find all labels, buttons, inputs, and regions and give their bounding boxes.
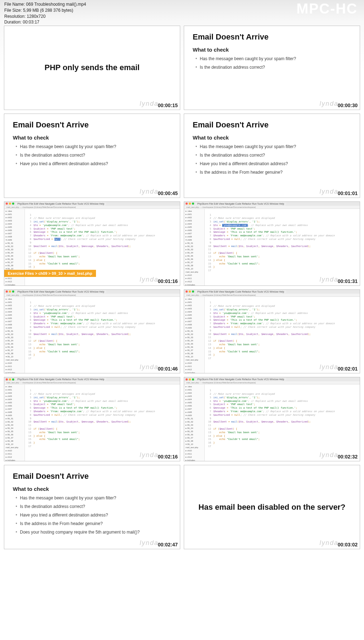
code-editor[interactable]: 1 2// Make sure error messages are displ…: [25, 384, 180, 461]
slide-subheading: What to check: [193, 135, 351, 141]
thumbnail[interactable]: PHP only sends the emaillynda00:00:15: [4, 26, 180, 110]
code-editor[interactable]: 1 2// Make sure error messages are displ…: [205, 209, 360, 286]
slide-title: Has email been disabled on the server?: [184, 503, 359, 512]
bullet-item: Is the address in the From header genuin…: [16, 521, 171, 526]
bullet-item: Has the message been caught by your spam…: [16, 495, 171, 500]
bullet-item: Is the destination address correct?: [196, 65, 351, 70]
watermark: lynda: [320, 363, 338, 371]
timestamp: 00:00:15: [158, 103, 178, 108]
project-tree[interactable]: ▸ .idea▸ ch01▸ ch02▸ ch03▸ ch04▸ ch05▸ c…: [184, 209, 205, 286]
file-name-line: File Name: 069 Troubleshooting mail().mp…: [4, 1, 86, 7]
project-tree[interactable]: ▸ .idea▸ ch01▸ ch02▸ ch03▸ ch04▸ ch05▸ c…: [184, 384, 205, 461]
timestamp: 00:02:32: [338, 454, 358, 460]
timestamp: 00:01:01: [338, 190, 358, 196]
ide-pathbar: mail_test.php – ~/workspace [/Library/We…: [4, 206, 180, 209]
bullet-item: Is the destination address correct?: [196, 153, 351, 158]
bullet-item: Is the destination address correct?: [16, 504, 171, 509]
slide-title: PHP only sends the email: [30, 63, 154, 72]
ide-menubar[interactable]: PhpStorm File Edit View Navigate Code Re…: [195, 202, 286, 205]
thumbnail[interactable]: Email Doesn't Arrive What to check Has t…: [184, 114, 360, 198]
bullet-item: Have you tried a different destination a…: [196, 161, 351, 166]
slide-heading: Email Doesn't Arrive: [193, 32, 351, 42]
app-name: MPC-HC: [296, 1, 358, 17]
thumbnail[interactable]: Email Doesn't Arrive What to check Has t…: [184, 26, 360, 110]
watermark: lynda: [140, 188, 159, 195]
timestamp: 00:00:30: [338, 103, 358, 108]
bullet-item: Have you tried a different destination a…: [16, 513, 171, 518]
watermark: lynda: [320, 100, 338, 107]
ide-menubar[interactable]: PhpStorm File Edit View Navigate Code Re…: [15, 378, 106, 381]
code-editor[interactable]: 1 2// Make sure error messages are displ…: [25, 297, 180, 374]
slide-subheading: What to check: [13, 486, 171, 492]
bullet-item: Have you tried a different destination a…: [16, 161, 171, 166]
bullet-item: Has the message been caught by your spam…: [196, 56, 351, 61]
watermark: lynda: [140, 276, 159, 283]
bullet-item: Is the address in the From header genuin…: [196, 170, 351, 175]
bullet-list: Has the message been caught by your spam…: [13, 495, 171, 538]
watermark: lynda: [140, 363, 159, 371]
watermark: lynda: [140, 451, 159, 459]
thumbnail[interactable]: Has email been disabled on the server?ly…: [184, 465, 360, 549]
bullet-list: Has the message been caught by your spam…: [193, 56, 351, 73]
watermark: lynda: [320, 188, 338, 195]
slide-subheading: What to check: [13, 135, 171, 141]
code-editor[interactable]: 1 2// Make sure error messages are displ…: [205, 384, 360, 461]
thumbnail[interactable]: PhpStorm File Edit View Navigate Code Re…: [4, 289, 180, 374]
slide-heading: Email Doesn't Arrive: [13, 472, 171, 481]
slide-heading: Email Doesn't Arrive: [13, 120, 171, 130]
timestamp: 00:02:47: [158, 542, 178, 547]
thumbnail[interactable]: PhpStorm File Edit View Navigate Code Re…: [4, 377, 180, 461]
exercise-crumb: Exercise Files > ch09 > 09_10 > mail_tes…: [4, 270, 96, 277]
timestamp: 00:01:46: [158, 366, 178, 372]
ide-menubar[interactable]: PhpStorm File Edit View Navigate Code Re…: [195, 378, 286, 381]
bullet-item: Is the destination address correct?: [16, 153, 171, 158]
file-dur-line: Duration: 00:03:17: [4, 19, 86, 25]
slide-heading: Email Doesn't Arrive: [193, 120, 351, 130]
watermark: lynda: [140, 539, 159, 547]
project-tree[interactable]: ▸ .idea▸ ch01▸ ch02▸ ch03▸ ch04▸ ch05▸ c…: [4, 384, 25, 461]
code-editor[interactable]: 1 2// Make sure error messages are displ…: [205, 297, 360, 374]
thumbnail[interactable]: PhpStorm File Edit View Navigate Code Re…: [184, 289, 360, 374]
timestamp: 00:01:16: [158, 278, 178, 284]
ide-menubar[interactable]: PhpStorm File Edit View Navigate Code Re…: [15, 202, 106, 205]
bullet-item: Has the message been caught by your spam…: [196, 144, 351, 149]
slide-subheading: What to check: [193, 47, 351, 53]
thumbnail-grid: PHP only sends the emaillynda00:00:15Ema…: [4, 26, 360, 637]
project-tree[interactable]: ▸ .idea▸ ch01▸ ch02▸ ch03▸ ch04▸ ch05▸ c…: [4, 297, 25, 374]
file-res-line: Resolution: 1280x720: [4, 14, 86, 20]
bullet-item: Has the message been caught by your spam…: [16, 144, 171, 149]
thumbnail[interactable]: Email Doesn't Arrive What to check Has t…: [4, 465, 180, 549]
watermark: lynda: [320, 539, 338, 547]
ide-pathbar: mail_test.php – ~/workspace [/Library/We…: [184, 206, 360, 209]
timestamp: 00:02:16: [158, 454, 178, 460]
watermark: lynda: [140, 100, 159, 107]
bullet-list: Has the message been caught by your spam…: [193, 144, 351, 178]
bullet-item: Does your hosting company require the 5t…: [16, 530, 171, 535]
thumbnail[interactable]: PhpStorm File Edit View Navigate Code Re…: [184, 377, 360, 461]
bullet-list: Has the message been caught by your spam…: [13, 144, 171, 170]
watermark: lynda: [320, 276, 338, 283]
file-info: File Name: 069 Troubleshooting mail().mp…: [4, 1, 86, 25]
thumbnail[interactable]: PhpStorm File Edit View Navigate Code Re…: [4, 201, 180, 286]
timestamp: 00:01:31: [338, 278, 358, 284]
thumbnail[interactable]: PhpStorm File Edit View Navigate Code Re…: [184, 201, 360, 286]
ide-pathbar: mail_test.php – ~/workspace [/Library/We…: [184, 381, 360, 384]
project-tree[interactable]: ▸ .idea▸ ch01▸ ch02▸ ch03▸ ch04▸ ch05▸ c…: [184, 297, 205, 374]
ide-menubar[interactable]: PhpStorm File Edit View Navigate Code Re…: [195, 290, 286, 293]
watermark: lynda: [320, 451, 338, 459]
ide-pathbar: mail_test.php – ~/workspace [/Library/We…: [4, 294, 180, 297]
ide-pathbar: mail_test.php – ~/workspace [/Library/We…: [4, 381, 180, 384]
thumbnail[interactable]: Email Doesn't Arrive What to check Has t…: [4, 114, 180, 198]
ide-menubar[interactable]: PhpStorm File Edit View Navigate Code Re…: [15, 290, 106, 293]
timestamp: 00:03:02: [338, 542, 358, 547]
timestamp: 00:02:01: [338, 366, 358, 372]
file-size-line: File Size: 5,99 MB (6 288 376 bytes): [4, 7, 86, 14]
timestamp: 00:00:45: [158, 190, 178, 196]
ide-pathbar: mail_test.php – ~/workspace [/Library/We…: [184, 294, 360, 297]
